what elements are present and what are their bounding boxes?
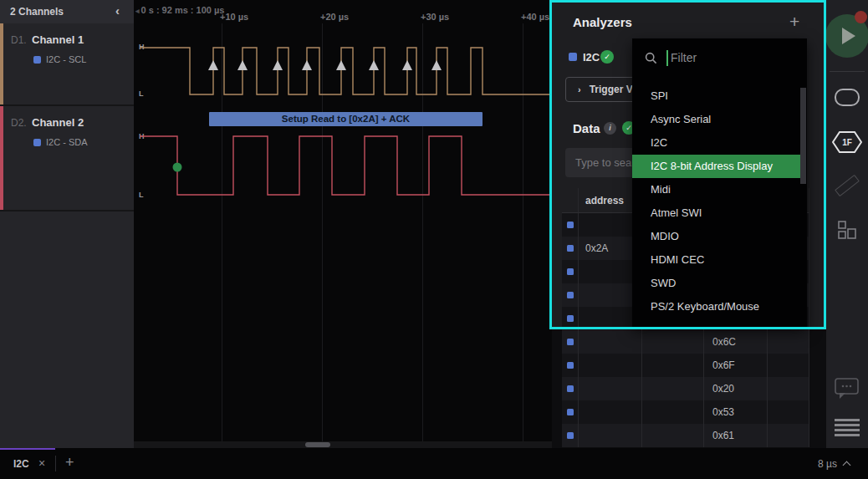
timescale-value: 8 µs — [818, 458, 837, 470]
scl-waveform — [134, 23, 552, 104]
rising-edge-arrow-icon — [208, 60, 218, 70]
rising-edge-arrow-icon — [431, 60, 442, 70]
bottom-tab-bar: I2C × + 8 µs — [0, 448, 868, 479]
cell — [642, 354, 704, 377]
table-row[interactable]: 0x61 — [562, 424, 809, 447]
timeline-tick-label: +20 µs — [320, 12, 349, 22]
chat-bubble-icon — [835, 378, 860, 400]
row-marker-cell — [562, 283, 579, 307]
frame-color-square — [567, 222, 574, 228]
row-marker-cell — [562, 330, 579, 354]
cell — [642, 400, 704, 424]
frame-color-square — [567, 432, 574, 439]
close-tab-icon[interactable]: × — [38, 456, 45, 470]
table-row[interactable]: 0x53 — [562, 400, 809, 424]
dropdown-item[interactable]: Midi — [632, 178, 800, 201]
active-tab-indicator — [0, 448, 55, 450]
comments-button[interactable] — [835, 378, 860, 404]
row-marker-cell — [562, 307, 579, 330]
info-icon[interactable]: i — [604, 122, 616, 135]
horizontal-scrollbar-thumb[interactable] — [305, 442, 330, 447]
channel-id: D1. — [11, 34, 27, 46]
cell — [642, 424, 704, 447]
frame-color-square — [567, 315, 574, 322]
play-icon — [842, 28, 855, 44]
dropdown-item[interactable]: SPI — [632, 84, 800, 108]
filter-placeholder: Filter — [671, 51, 697, 64]
dropdown-item[interactable]: MDIO — [632, 225, 800, 248]
analyzer-color-square — [33, 56, 41, 64]
row-marker-cell — [562, 213, 579, 237]
cell — [642, 377, 704, 400]
data-cell: 0x61 — [704, 424, 768, 447]
channel-color-strip — [0, 23, 3, 104]
right-toolbar: 1F — [826, 0, 868, 451]
data-cell: 0x20 — [704, 377, 768, 400]
frame-color-square — [567, 339, 574, 345]
dropdown-item[interactable]: PS/2 Keyboard/Mouse — [632, 295, 800, 318]
text-cursor — [666, 50, 668, 66]
menu-button[interactable] — [835, 419, 860, 439]
logic-analyzer-app: 2 Channels ‹ D1.Channel 1I2C - SCLD2.Cha… — [0, 0, 868, 479]
analyzer-color-square — [33, 139, 41, 146]
dropdown-item[interactable]: Atmel SWI — [632, 201, 800, 225]
horizontal-scrollbar — [134, 441, 552, 448]
address-cell — [579, 330, 642, 354]
rising-edge-arrow-icon — [402, 60, 412, 70]
analyzer-color-square — [569, 53, 577, 61]
channel-analyzer-tag: I2C - SCL — [46, 54, 86, 64]
analyzers-title: Analyzers — [573, 15, 632, 29]
channel-name: Channel 2 — [32, 116, 84, 129]
row-marker-cell — [562, 354, 579, 377]
timeline-tick-label: +30 µs — [421, 12, 449, 22]
waveform-area[interactable]: ◂0 s : 92 ms : 100 µs +10 µs+20 µs+30 µs… — [134, 0, 552, 448]
dropdown-scrollbar-thumb[interactable] — [800, 88, 806, 184]
chevron-right-icon: › — [578, 84, 581, 94]
record-badge-icon — [855, 11, 867, 23]
table-row[interactable]: 0x6C — [562, 330, 809, 354]
add-analyzer-button[interactable]: + — [789, 12, 799, 32]
dropdown-item[interactable]: I2C — [632, 131, 800, 155]
channels-sidebar: 2 Channels ‹ D1.Channel 1I2C - SCLD2.Cha… — [0, 0, 134, 448]
table-row[interactable]: 0x20 — [562, 377, 809, 400]
dropdown-item[interactable]: HDMI CEC — [632, 248, 800, 272]
radix-display-button[interactable]: 1F — [832, 131, 862, 156]
address-cell — [579, 424, 642, 447]
channel-row[interactable]: D2.Channel 2I2C - SDA — [0, 106, 134, 210]
dropdown-item[interactable]: Async Serial — [632, 108, 800, 131]
data-cell: 0x6C — [704, 330, 768, 354]
address-cell — [579, 400, 642, 424]
menu-icon — [835, 419, 860, 421]
cell — [768, 354, 809, 377]
rising-edge-arrow-icon — [369, 60, 379, 70]
device-settings-icon[interactable] — [835, 89, 860, 106]
tab-i2c[interactable]: I2C — [13, 458, 29, 470]
dropdown-item[interactable]: I2C 8-bit Address Display — [632, 155, 800, 178]
frame-color-square — [567, 385, 574, 392]
frame-color-square — [567, 245, 574, 252]
i2c-start-condition-dot — [173, 163, 182, 172]
timeline-position: ◂0 s : 92 ms : 100 µs — [135, 5, 224, 15]
data-cell: 0x53 — [704, 400, 768, 424]
layout-button[interactable] — [837, 220, 857, 243]
row-marker-cell — [562, 400, 579, 424]
timescale-control[interactable]: 8 µs — [818, 458, 850, 470]
measurements-button[interactable] — [835, 176, 860, 196]
add-tab-button[interactable]: + — [65, 454, 74, 471]
table-row[interactable]: 0x6F — [562, 354, 809, 377]
hex-radix-label: 1F — [842, 138, 852, 147]
channel-id: D2. — [11, 117, 27, 129]
timeline-marker-icon: ◂ — [135, 7, 140, 15]
filter-input[interactable]: Filter — [632, 38, 807, 77]
run-capture-button[interactable] — [825, 14, 868, 58]
dropdown-item[interactable]: SWD — [632, 272, 800, 295]
chevron-up-icon — [842, 461, 850, 470]
address-cell — [579, 377, 642, 400]
channel-row[interactable]: D1.Channel 1I2C - SCL — [0, 23, 134, 104]
cell — [768, 400, 809, 424]
collapse-sidebar-icon[interactable]: ‹ — [115, 3, 120, 18]
channels-header: 2 Channels ‹ — [0, 0, 134, 23]
analyzer-enabled-check-icon[interactable]: ✓ — [600, 50, 614, 64]
row-marker-cell — [562, 424, 579, 447]
toolbar-divider — [830, 71, 865, 72]
